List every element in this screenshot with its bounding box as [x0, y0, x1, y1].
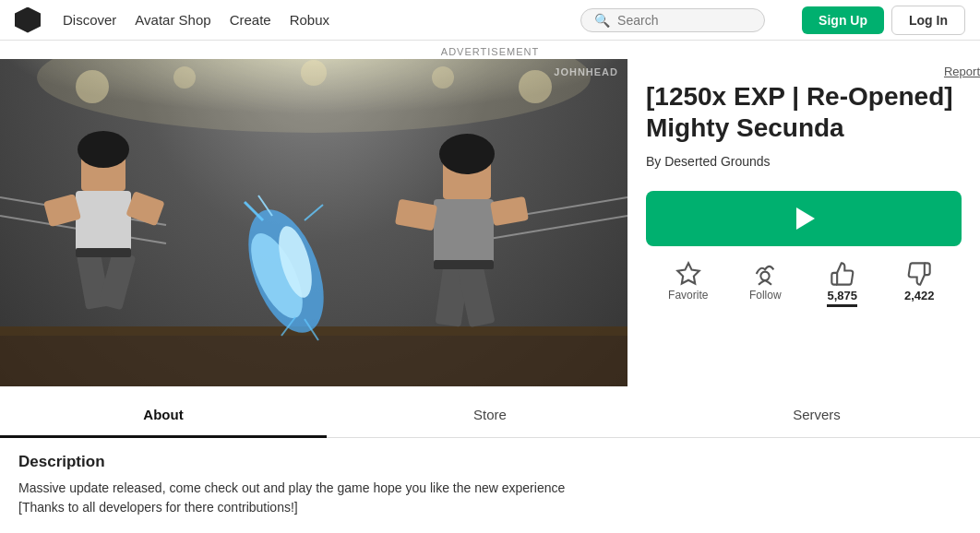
tabs-bar: About Store Servers [0, 394, 980, 438]
game-info: Report [1250x EXP | Re-Opened] Mighty Se… [627, 59, 980, 386]
description-text: Massive update released, come check out … [18, 479, 962, 517]
play-icon [789, 204, 819, 233]
desc-line2: [Thanks to all developers for there cont… [18, 500, 298, 515]
search-icon: 🔍 [594, 13, 610, 28]
thumbs-down-button[interactable]: 2,422 [891, 261, 947, 307]
nav-links: Discover Avatar Shop Create Robux [63, 12, 329, 28]
svg-line-23 [245, 202, 263, 220]
svg-rect-16 [125, 191, 164, 226]
thumbnail-watermark: JOHNHEAD [554, 66, 618, 77]
svg-rect-32 [490, 196, 529, 226]
signup-button[interactable]: Sign Up [802, 6, 884, 34]
svg-rect-31 [395, 199, 437, 231]
content-area: ADVERTISEMENT [0, 41, 980, 532]
svg-point-3 [173, 66, 196, 89]
nav-create[interactable]: Create [230, 12, 271, 28]
thumbs-down-count: 2,422 [904, 289, 935, 302]
nav-robux[interactable]: Robux [290, 12, 329, 28]
svg-marker-37 [677, 264, 699, 284]
game-section: JOHNHEAD Report [1250x EXP | Re-Opened] … [0, 59, 980, 386]
svg-rect-35 [434, 260, 494, 269]
svg-rect-19 [76, 248, 131, 257]
thumbs-up-icon [830, 261, 855, 287]
game-author: By Deserted Grounds [646, 154, 962, 169]
svg-point-1 [76, 70, 109, 103]
svg-rect-15 [43, 194, 81, 227]
svg-point-4 [432, 66, 454, 89]
svg-point-2 [519, 70, 552, 103]
navbar: Discover Avatar Shop Create Robux 🔍 Sign… [0, 0, 980, 41]
description-section: Description Massive update released, com… [0, 438, 980, 532]
nav-actions: Sign Up Log In [802, 6, 965, 35]
game-title: [1250x EXP | Re-Opened] Mighty Secunda [646, 81, 962, 143]
game-thumbnail: JOHNHEAD [0, 59, 627, 386]
desc-line1: Massive update released, come check out … [18, 480, 565, 495]
favorite-label: Favorite [668, 289, 708, 302]
thumbs-down-icon [906, 261, 932, 287]
svg-point-38 [761, 272, 770, 280]
play-button[interactable] [646, 191, 962, 246]
svg-rect-14 [76, 191, 131, 255]
favorite-button[interactable]: Favorite [661, 261, 716, 307]
description-title: Description [18, 453, 962, 471]
svg-marker-36 [796, 207, 815, 230]
tab-store[interactable]: Store [327, 394, 653, 438]
svg-line-25 [305, 205, 323, 220]
login-button[interactable]: Log In [891, 6, 965, 35]
tab-about[interactable]: About [0, 394, 327, 438]
svg-rect-30 [434, 199, 494, 268]
tab-servers[interactable]: Servers [653, 394, 980, 438]
search-input[interactable] [617, 13, 747, 28]
report-link[interactable]: Report [944, 65, 980, 78]
follow-label: Follow [749, 289, 782, 302]
action-buttons: Favorite Follow 5,87 [646, 261, 962, 307]
nav-discover[interactable]: Discover [63, 12, 116, 28]
svg-point-13 [78, 131, 129, 168]
follow-button[interactable]: Follow [737, 261, 793, 307]
star-icon [675, 261, 701, 287]
roblox-logo[interactable] [15, 7, 41, 33]
nav-avatar-shop[interactable]: Avatar Shop [135, 12, 210, 28]
thumbs-up-count: 5,875 [827, 289, 857, 307]
advertisement-label: ADVERTISEMENT [0, 41, 980, 59]
search-bar: 🔍 [580, 8, 765, 32]
svg-point-29 [439, 134, 495, 174]
follow-icon [752, 261, 778, 287]
svg-point-5 [301, 60, 327, 86]
thumbs-up-button[interactable]: 5,875 [815, 261, 870, 307]
